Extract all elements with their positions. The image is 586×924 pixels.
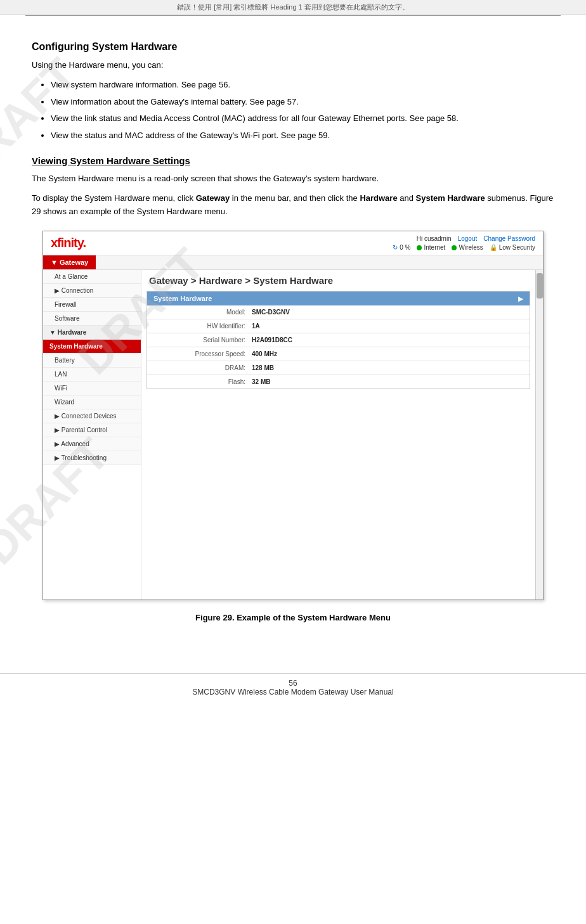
- security-icon: 🔒: [490, 244, 497, 251]
- sidebar: At a Glance ▶ Connection Firewall Softwa…: [43, 270, 141, 600]
- signal-pct: 0 %: [400, 244, 410, 251]
- hw-label-flash: Flash:: [157, 378, 252, 385]
- xfinity-logo-text: xfinity.: [51, 236, 86, 250]
- hw-value-serial: H2A091D8CC: [252, 337, 292, 343]
- section2-para2: To display the System Hardware menu, cli…: [32, 192, 554, 219]
- table-header-label: System Hardware: [153, 295, 212, 302]
- sidebar-item-connected-devices[interactable]: ▶ Connected Devices: [43, 409, 141, 423]
- internet-dot: [417, 245, 422, 250]
- hw-row-flash: Flash: 32 MB: [147, 375, 530, 388]
- bullet-item: View the status and MAC address of the G…: [51, 129, 554, 143]
- hardware-table-header: System Hardware ▶: [147, 292, 530, 305]
- hw-row-hw-id: HW Identifier: 1A: [147, 319, 530, 333]
- section2-title: Viewing System Hardware Settings: [32, 155, 554, 166]
- document-title: SMCD3GNV Wireless Cable Modem Gateway Us…: [0, 688, 586, 696]
- figure-caption: Figure 29. Example of the System Hardwar…: [32, 613, 554, 622]
- hw-label-serial: Serial Number:: [157, 337, 252, 343]
- para2-start: To display the System Hardware menu, cli…: [32, 193, 196, 203]
- status-row: ↻ 0 % Internet Wireless 🔒: [393, 244, 535, 251]
- hw-label-processor: Processor Speed:: [157, 350, 252, 357]
- hw-label-dram: DRAM:: [157, 364, 252, 371]
- hw-label-hw-id: HW Identifier:: [157, 323, 252, 330]
- bullet-item: View information about the Gateway's int…: [51, 96, 554, 109]
- screenshot-container: xfinity. Hi cusadmin Logout Change Passw…: [42, 231, 544, 600]
- hw-row-serial: Serial Number: H2A091D8CC: [147, 333, 530, 347]
- header-error-text: 錯誤！使用 [常用] 索引標籤將 Heading 1 套用到您想要在此處顯示的文…: [177, 3, 409, 11]
- sidebar-item-troubleshooting[interactable]: ▶ Troubleshooting: [43, 451, 141, 465]
- sidebar-item-parental-control[interactable]: ▶ Parental Control: [43, 423, 141, 437]
- table-arrow-icon: ▶: [518, 295, 523, 302]
- bullet-list: View system hardware information. See pa…: [51, 79, 554, 143]
- bullet-item: View system hardware information. See pa…: [51, 79, 554, 92]
- sidebar-item-advanced[interactable]: ▶ Advanced: [43, 437, 141, 451]
- internet-status: Internet: [417, 244, 445, 251]
- screenshot-inner: xfinity. Hi cusadmin Logout Change Passw…: [43, 231, 543, 600]
- section2-para1: The System Hardware menu is a read-only …: [32, 172, 554, 186]
- wireless-dot: [452, 245, 457, 250]
- wireless-status: Wireless: [452, 244, 483, 251]
- content-area: Gateway > Hardware > System Hardware Sys…: [141, 270, 535, 600]
- hw-value-flash: 32 MB: [252, 378, 270, 385]
- xfinity-nav-right: Hi cusadmin Logout Change Password ↻ 0 %…: [393, 235, 535, 251]
- page-number: 56: [0, 679, 586, 688]
- xfinity-logo: xfinity.: [51, 236, 86, 250]
- change-password-link[interactable]: Change Password: [483, 235, 535, 242]
- para2-bold2: Hardware: [360, 193, 397, 203]
- refresh-icon: ↻: [393, 244, 398, 251]
- hw-value-dram: 128 MB: [252, 364, 274, 371]
- sidebar-item-lan[interactable]: LAN: [43, 368, 141, 382]
- xfinity-header: xfinity. Hi cusadmin Logout Change Passw…: [43, 231, 543, 255]
- hw-value-processor: 400 MHz: [252, 350, 277, 357]
- hw-row-model: Model: SMC-D3GNV: [147, 305, 530, 319]
- logout-link[interactable]: Logout: [458, 235, 478, 242]
- sidebar-item-firewall[interactable]: Firewall: [43, 298, 141, 312]
- sidebar-item-battery[interactable]: Battery: [43, 354, 141, 368]
- breadcrumb: Gateway > Hardware > System Hardware: [146, 275, 530, 286]
- sidebar-item-at-a-glance[interactable]: At a Glance: [43, 270, 141, 284]
- sidebar-item-system-hardware[interactable]: System Hardware: [43, 340, 141, 354]
- sidebar-item-software[interactable]: Software: [43, 312, 141, 326]
- hw-value-hw-id: 1A: [252, 323, 260, 330]
- hw-label-model: Model:: [157, 309, 252, 316]
- wireless-label: Wireless: [459, 244, 483, 251]
- hw-row-processor: Processor Speed: 400 MHz: [147, 347, 530, 361]
- header-bar: 錯誤！使用 [常用] 索引標籤將 Heading 1 套用到您想要在此處顯示的文…: [0, 0, 586, 15]
- gateway-nav-button[interactable]: ▼ Gateway: [43, 255, 96, 269]
- sidebar-item-wizard[interactable]: Wizard: [43, 395, 141, 409]
- hardware-table-section: System Hardware ▶ Model: SMC-D3GNV HW Id…: [146, 291, 530, 389]
- security-status: 🔒 Low Security: [490, 244, 535, 251]
- scrollbar-track[interactable]: [535, 270, 543, 600]
- sidebar-item-connection[interactable]: ▶ Connection: [43, 284, 141, 298]
- hw-value-model: SMC-D3GNV: [252, 309, 290, 316]
- user-greeting: Hi cusadmin: [417, 235, 452, 242]
- scrollbar-thumb[interactable]: [537, 273, 543, 298]
- internet-label: Internet: [424, 244, 445, 251]
- para2-mid2: and: [398, 193, 416, 203]
- page-footer: 56 SMCD3GNV Wireless Cable Modem Gateway…: [0, 673, 586, 709]
- section1-title: Configuring System Hardware: [32, 41, 554, 53]
- para2-bold1: Gateway: [196, 193, 230, 203]
- top-links: Hi cusadmin Logout Change Password: [417, 235, 535, 242]
- section1-intro: Using the Hardware menu, you can:: [32, 59, 554, 72]
- screenshot-body: At a Glance ▶ Connection Firewall Softwa…: [43, 270, 543, 600]
- nav-bar: ▼ Gateway: [43, 255, 543, 270]
- sidebar-item-hardware[interactable]: ▼ Hardware: [43, 326, 141, 340]
- sidebar-item-wifi[interactable]: WiFi: [43, 382, 141, 395]
- hw-row-dram: DRAM: 128 MB: [147, 361, 530, 375]
- signal-status: ↻ 0 %: [393, 244, 410, 251]
- bullet-item: View the link status and Media Access Co…: [51, 112, 554, 125]
- main-content: Configuring System Hardware Using the Ha…: [0, 16, 586, 648]
- para2-mid: in the menu bar, and then click the: [230, 193, 360, 203]
- security-label: Low Security: [499, 244, 535, 251]
- para2-bold3: System Hardware: [416, 193, 485, 203]
